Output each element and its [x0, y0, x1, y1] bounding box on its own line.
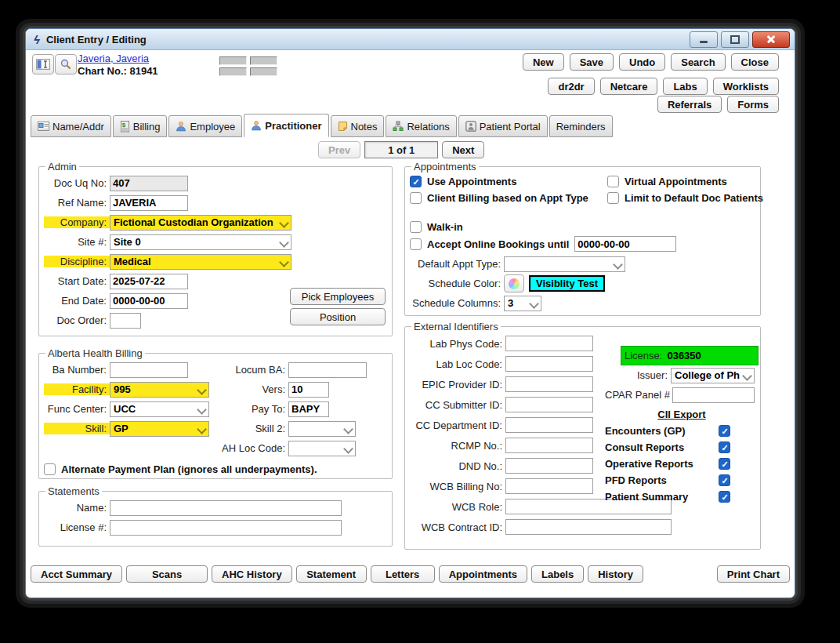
pfd-reports-checkbox[interactable] — [719, 474, 730, 486]
netcare-button[interactable]: Netcare — [600, 78, 658, 95]
labs-button[interactable]: Labs — [663, 78, 707, 95]
encounters-gp-checkbox[interactable] — [719, 425, 730, 437]
minimize-icon — [700, 41, 708, 43]
pay-to-input[interactable] — [288, 401, 329, 417]
chevron-down-icon — [279, 238, 289, 248]
issuer-select[interactable]: College of Ph — [671, 368, 755, 383]
discipline-select[interactable]: Medical — [110, 254, 291, 270]
prev-button[interactable]: Prev — [318, 141, 360, 158]
dr2dr-button[interactable]: dr2dr — [548, 78, 594, 95]
ref-name-input[interactable] — [110, 195, 188, 211]
tab-patient-portal[interactable]: Patient Portal — [458, 115, 548, 137]
ahc-history-button[interactable]: AHC History — [212, 565, 292, 583]
next-button[interactable]: Next — [442, 141, 484, 158]
lab-phys-code-input[interactable] — [505, 336, 593, 351]
ba-number-input[interactable] — [110, 362, 188, 378]
skill2-select[interactable] — [288, 421, 356, 437]
referrals-button[interactable]: Referrals — [657, 96, 722, 113]
facility-select[interactable]: 995 — [110, 382, 209, 398]
tab-billing[interactable]: $ Billing — [113, 115, 168, 137]
default-appt-type-select[interactable] — [504, 256, 625, 272]
layout-grid-icon[interactable] — [219, 56, 277, 76]
tab-notes[interactable]: Notes — [331, 115, 385, 137]
position-button[interactable]: Position — [290, 308, 386, 325]
func-center-select[interactable]: UCC — [110, 401, 209, 417]
consult-reports-checkbox[interactable] — [719, 441, 730, 453]
cii-export-link[interactable]: CII Export — [605, 409, 759, 420]
tab-relations[interactable]: Relations — [386, 115, 456, 137]
end-date-input[interactable] — [110, 293, 188, 309]
start-date-input[interactable] — [110, 274, 188, 289]
chevron-down-icon — [279, 218, 289, 228]
use-appointments-checkbox[interactable] — [410, 176, 422, 187]
company-label: Company: — [44, 216, 110, 228]
schedule-columns-select[interactable]: 3 — [504, 296, 541, 311]
wcb-billing-no-input[interactable] — [505, 478, 593, 494]
client-billing-appt-type-label: Client Billing based on Appt Type — [427, 192, 588, 204]
wcb-contract-id-input[interactable] — [505, 519, 672, 535]
site-select[interactable]: Site 0 — [110, 234, 291, 250]
acct-summary-button[interactable]: Acct Summary — [31, 565, 122, 583]
alternate-payment-plan-label: Alternate Payment Plan (ignores all unde… — [61, 463, 317, 475]
close-button[interactable]: Close — [731, 53, 779, 71]
online-bookings-until-input[interactable] — [574, 236, 676, 252]
operative-reports-checkbox[interactable] — [719, 458, 730, 470]
tab-employee[interactable]: Employee — [168, 115, 242, 137]
license-value[interactable]: 036350 — [667, 350, 701, 361]
patient-search-button[interactable] — [55, 54, 77, 74]
pick-employees-button[interactable]: Pick Employees — [290, 288, 386, 305]
titlebar[interactable]: ϟ Client Entry / Editing — [26, 29, 795, 50]
chart-card-button[interactable] — [32, 54, 54, 74]
tab-name-addr[interactable]: Name/Addr — [31, 115, 111, 137]
epic-provider-id-input[interactable] — [505, 376, 593, 392]
save-button[interactable]: Save — [570, 53, 614, 71]
patient-name-link[interactable]: Javeria, Javeria — [78, 53, 149, 64]
patient-summary-checkbox[interactable] — [719, 491, 730, 503]
print-chart-button[interactable]: Print Chart — [717, 565, 790, 583]
skill-select[interactable]: GP — [110, 421, 209, 437]
locum-ba-input[interactable] — [288, 362, 367, 378]
close-window-button[interactable] — [752, 31, 790, 48]
client-billing-appt-type-checkbox[interactable] — [410, 192, 422, 204]
history-button[interactable]: History — [588, 565, 643, 583]
new-button[interactable]: New — [523, 53, 564, 71]
scans-button[interactable]: Scans — [126, 565, 208, 583]
accept-online-bookings-checkbox[interactable] — [410, 238, 422, 250]
letters-button[interactable]: Letters — [371, 565, 435, 583]
rcmp-no-input[interactable] — [505, 438, 593, 453]
undo-button[interactable]: Undo — [619, 53, 665, 71]
tab-reminders[interactable]: Reminders — [549, 115, 613, 137]
limit-default-doc-patients-checkbox[interactable] — [607, 192, 619, 204]
ah-loc-code-select[interactable] — [288, 441, 356, 456]
company-select[interactable]: Fictional Custodian Organization — [110, 215, 291, 231]
doc-order-input[interactable] — [110, 313, 141, 329]
statement-button[interactable]: Statement — [296, 565, 367, 583]
search-button[interactable]: Search — [671, 53, 725, 71]
appointments-button[interactable]: Appointments — [439, 565, 527, 583]
pfd-reports-label: PFD Reports — [605, 474, 667, 486]
walk-in-checkbox[interactable] — [410, 221, 422, 233]
doc-uq-no-input[interactable] — [110, 176, 188, 191]
lab-phys-code-label: Lab Phys Code: — [410, 338, 505, 350]
statement-license-input[interactable] — [110, 520, 342, 536]
cpar-panel-input[interactable] — [672, 387, 755, 403]
alternate-payment-plan-checkbox[interactable] — [44, 463, 56, 475]
dnd-no-input[interactable] — [505, 458, 593, 474]
forms-button[interactable]: Forms — [727, 96, 779, 113]
statement-license-label: License #: — [44, 521, 110, 533]
maximize-button[interactable] — [721, 31, 749, 48]
minimize-button[interactable] — [690, 31, 718, 48]
lab-loc-code-input[interactable] — [505, 356, 593, 372]
cc-submitter-id-input[interactable] — [505, 397, 593, 412]
virtual-appointments-checkbox[interactable] — [607, 176, 619, 187]
cpar-panel-label: CPAR Panel # — [605, 389, 672, 401]
cc-department-id-input[interactable] — [505, 417, 593, 433]
tab-practitioner[interactable]: Practitioner — [244, 114, 328, 137]
vers-label: Vers: — [201, 383, 288, 395]
statement-name-input[interactable] — [110, 500, 342, 516]
encounters-gp-label: Encounters (GP) — [605, 425, 686, 437]
labels-button[interactable]: Labels — [531, 565, 584, 583]
schedule-color-button[interactable] — [504, 274, 524, 292]
vers-input[interactable] — [288, 382, 329, 398]
worklists-button[interactable]: Worklists — [713, 78, 779, 95]
